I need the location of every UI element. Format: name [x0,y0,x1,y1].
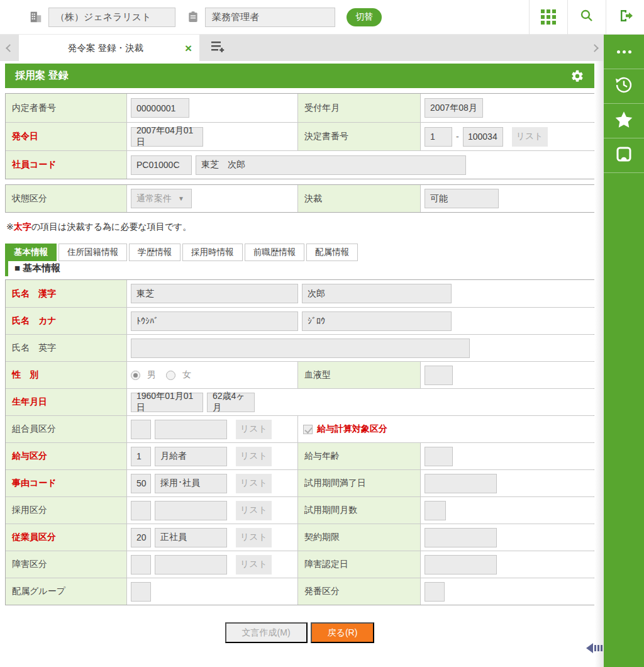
name-english-field[interactable] [131,339,470,358]
kettei-list-button[interactable]: リスト [512,127,548,147]
more-options-button[interactable] [604,35,644,69]
chevron-left-icon [6,44,14,52]
birth-date-field[interactable]: 1960年01月01日 [131,393,203,412]
tab-assignment[interactable]: 配属情報 [306,244,358,261]
table-row: 配属グループ 発番区分 [6,578,594,605]
tab-hiring[interactable]: 採用時情報 [182,244,243,261]
payroll-target-checkbox[interactable] [303,425,313,434]
uketsuke-month-field[interactable]: 2007年08月 [425,98,483,118]
new-tab-button[interactable] [199,35,236,61]
naitei-number-field[interactable]: 00000001 [131,98,189,118]
adopt-list-button[interactable]: リスト [236,501,272,520]
tab-previous-jobs[interactable]: 前職歴情報 [245,244,305,261]
field-label-required: 氏名 漢字 [6,280,126,307]
name-kanji-first-field[interactable]: 次郎 [302,284,452,303]
tab-scroll-left-button[interactable] [0,35,19,61]
blood-type-field[interactable] [425,366,453,385]
kettei-no1-field[interactable]: 1 [425,127,452,147]
gear-icon [570,69,584,83]
kettei-no2-field[interactable]: 100034 [463,127,503,147]
favorites-button[interactable] [604,104,644,138]
disability-date-field[interactable] [425,555,497,575]
search-icon [579,8,594,26]
union-name-field[interactable] [155,420,227,439]
adopt-name-field[interactable] [155,501,227,520]
salary-code-field[interactable]: 1 [131,447,151,466]
section-title: ■ 基本情報 [5,261,599,276]
gender-male-radio[interactable] [131,371,140,380]
name-kanji-last-field[interactable]: 東芝 [131,284,298,303]
note-bold: 太字 [14,221,31,232]
tab-address-nationality[interactable]: 住所国籍情報 [58,244,127,261]
employee-type-list-button[interactable]: リスト [236,528,272,547]
state-dropdown[interactable]: 通常案件 ▼ [131,189,192,208]
company-icon [29,10,43,24]
field-label: 受付年月 [297,94,420,122]
table-row: 氏名 英字 [6,334,594,361]
basic-info-table: 氏名 漢字 東芝 次郎 氏名 カナ ﾄｳｼﾊﾞ ｼﾞﾛｳ 氏名 英字 [5,279,594,605]
compose-text-button[interactable]: 文言作成(M) [225,622,308,643]
search-button[interactable] [567,0,606,35]
field-label: 障害区分 [6,551,126,578]
numbering-type-field[interactable] [425,582,445,602]
kessai-field[interactable]: 可能 [425,189,499,208]
field-label: 組合員区分 [6,416,126,442]
history-button[interactable] [604,69,644,104]
field-label: 氏名 英字 [6,335,126,361]
trial-months-field[interactable] [425,501,446,520]
collapse-panel-button[interactable] [586,642,603,657]
reason-name-field[interactable]: 採用･社員 [155,474,227,493]
table-row: 性 別 男 女 血液型 [6,361,594,388]
grid-icon [541,9,556,25]
role-input[interactable]: 業務管理者 [205,8,335,27]
tab-scroll-right-button[interactable] [585,35,604,61]
table-row: 生年月日 1960年01月01日 62歳4ヶ月 [6,388,594,415]
salary-list-button[interactable]: リスト [236,447,272,466]
hatsurei-date-field[interactable]: 2007年04月01日 [131,127,203,147]
assignment-group-field[interactable] [131,582,151,602]
employee-code-field[interactable]: PC01000C [131,155,192,175]
employee-name-field[interactable]: 東芝 次郎 [196,155,466,175]
document-tab[interactable]: 発令案 登録・決裁 × [19,35,199,61]
table-row: 障害区分 リスト 障害認定日 [6,551,594,578]
company-input[interactable]: （株）ジェネラリスト [48,8,175,27]
employee-type-code-field[interactable]: 20 [131,528,151,547]
disability-code-field[interactable] [131,555,151,575]
switch-button[interactable]: 切替 [347,8,382,26]
role-icon [187,10,199,24]
name-kana-first-field[interactable]: ｼﾞﾛｳ [302,311,452,331]
collapse-arrow-icon [586,642,603,654]
tab-basic-info[interactable]: 基本情報 [5,244,57,261]
field-label: 状態区分 [6,185,126,212]
close-tab-icon[interactable]: × [185,42,192,54]
salary-name-field[interactable]: 月給者 [155,447,227,466]
table-row: 社員コード PC01000C 東芝 次郎 [6,150,594,179]
name-kana-last-field[interactable]: ﾄｳｼﾊﾞ [131,311,298,331]
apps-menu-button[interactable] [529,0,567,35]
disability-name-field[interactable] [155,555,227,575]
adopt-code-field[interactable] [131,501,151,520]
top-bar: （株）ジェネラリスト 業務管理者 切替 [0,0,644,35]
settings-button[interactable] [570,69,584,83]
union-list-button[interactable]: リスト [236,420,272,439]
back-button[interactable]: 戻る(R) [311,622,375,643]
trial-end-date-field[interactable] [425,474,497,493]
tray-button[interactable] [604,138,644,173]
union-code-field[interactable] [131,420,151,439]
disability-list-button[interactable]: リスト [236,555,272,575]
age-field[interactable]: 62歳4ヶ月 [207,393,255,412]
page-header: 採用案 登録 [5,64,594,88]
gender-female-label: 女 [182,369,191,381]
reason-code-field[interactable]: 50 [131,474,151,493]
contract-limit-field[interactable] [425,528,497,547]
logout-button[interactable] [606,0,644,35]
main-area: 発令案 登録・決裁 × 採用案 登録 [0,35,604,667]
gender-female-radio[interactable] [166,371,175,380]
field-label-required: 生年月日 [6,389,126,415]
employee-type-name-field[interactable]: 正社員 [155,528,227,547]
reason-list-button[interactable]: リスト [236,474,272,493]
field-label: 試用期間月数 [297,497,420,524]
ellipsis-icon [617,50,631,53]
salary-age-field[interactable] [425,447,453,466]
tab-education[interactable]: 学歴情報 [129,244,180,261]
